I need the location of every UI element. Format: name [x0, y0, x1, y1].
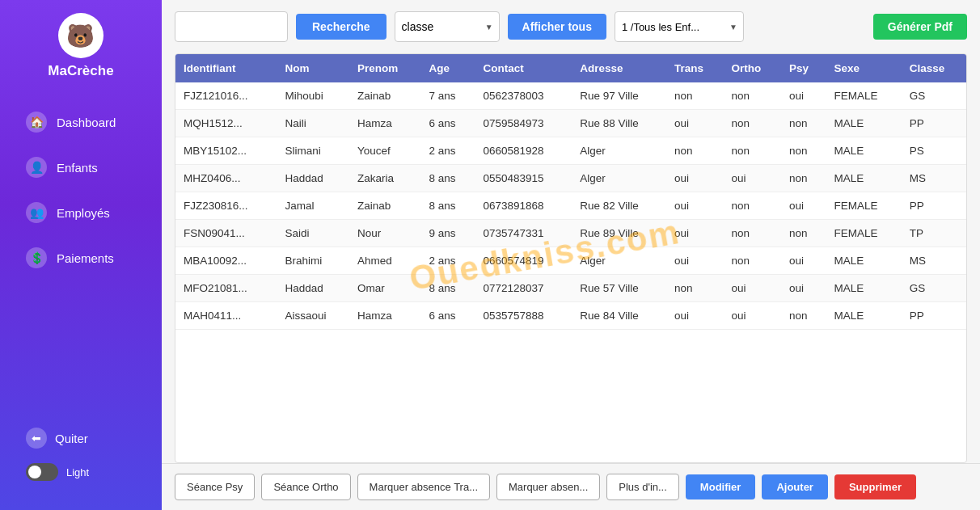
- table-cell: TP: [902, 220, 966, 247]
- table-row[interactable]: FJZ121016...MihoubiZainab7 ans0562378003…: [175, 82, 966, 110]
- enfants-icon: 👤: [26, 157, 47, 178]
- table-cell: Rue 82 Ville: [572, 192, 666, 220]
- seance-psy-button[interactable]: Séance Psy: [175, 474, 255, 500]
- sidebar-label-paiements: Paiements: [57, 251, 114, 265]
- table-cell: oui: [666, 110, 724, 137]
- table-cell: non: [724, 82, 782, 110]
- table-cell: Hamza: [349, 302, 421, 330]
- recherche-button[interactable]: Recherche: [296, 14, 387, 40]
- table-cell: 0550483915: [475, 165, 572, 192]
- seance-ortho-button[interactable]: Séance Ortho: [261, 474, 350, 500]
- table-cell: 2 ans: [421, 247, 475, 275]
- table-cell: Omar: [349, 275, 421, 302]
- table-cell: non: [781, 165, 826, 192]
- table-cell: 7 ans: [421, 82, 475, 110]
- plus-button[interactable]: Plus d'in...: [606, 474, 679, 500]
- sidebar-bottom: ⬅ Quiter Light: [0, 410, 162, 497]
- sidebar-item-paiements[interactable]: 💲 Paiements: [6, 236, 155, 280]
- search-input[interactable]: [175, 11, 288, 42]
- logo-icon: 🐻: [58, 13, 103, 58]
- sidebar-item-dashboard[interactable]: 🏠 Dashboard: [6, 100, 155, 144]
- table-cell: 0735747331: [475, 220, 572, 247]
- table-cell: FJZ121016...: [175, 82, 277, 110]
- filter-select[interactable]: 1 /Tous les Enf...: [615, 11, 744, 42]
- table-cell: Alger: [572, 165, 666, 192]
- supprimer-button[interactable]: Supprimer: [834, 474, 916, 499]
- table-cell: MALE: [826, 110, 902, 137]
- table-cell: Zainab: [349, 192, 421, 220]
- table-cell: 0562378003: [475, 82, 572, 110]
- table-row[interactable]: MHZ0406...HaddadZakaria8 ans0550483915Al…: [175, 165, 966, 192]
- table-cell: non: [666, 137, 724, 165]
- table-cell: oui: [781, 82, 826, 110]
- table-cell: MAH0411...: [175, 302, 277, 330]
- toggle-row: Light: [13, 457, 149, 487]
- toolbar: Recherche classe Afficher tous 1 /Tous l…: [162, 0, 980, 53]
- table-cell: FEMALE: [826, 82, 902, 110]
- table-row[interactable]: MQH1512...NailiHamza6 ans0759584973Rue 8…: [175, 110, 966, 137]
- table-cell: Alger: [572, 247, 666, 275]
- table-cell: MALE: [826, 247, 902, 275]
- marquer-absen-button[interactable]: Marquer absen...: [496, 474, 600, 500]
- table-cell: 0535757888: [475, 302, 572, 330]
- modifier-button[interactable]: Modifier: [686, 474, 756, 499]
- marquer-absence-tra-button[interactable]: Marquer absence Tra...: [357, 474, 490, 500]
- col-header-classe: Classe: [902, 54, 966, 82]
- table-cell: PP: [902, 110, 966, 137]
- table-row[interactable]: MFO21081...HaddadOmar8 ans0772128037Rue …: [175, 275, 966, 302]
- sidebar-label-enfants: Enfants: [57, 161, 98, 175]
- table-row[interactable]: FJZ230816...JamalZainab8 ans0673891868Ru…: [175, 192, 966, 220]
- afficher-button[interactable]: Afficher tous: [508, 14, 606, 40]
- paiements-icon: 💲: [26, 247, 47, 268]
- table-cell: Naili: [277, 110, 349, 137]
- table-cell: oui: [666, 165, 724, 192]
- table-cell: oui: [724, 302, 782, 330]
- col-header-psy: Psy: [781, 54, 826, 82]
- table-cell: MHZ0406...: [175, 165, 277, 192]
- table-cell: MALE: [826, 275, 902, 302]
- table-row[interactable]: FSN09041...SaidiNour9 ans0735747331Rue 8…: [175, 220, 966, 247]
- table-cell: Brahimi: [277, 247, 349, 275]
- table-cell: Aissaoui: [277, 302, 349, 330]
- table-cell: Slimani: [277, 137, 349, 165]
- light-toggle[interactable]: [26, 463, 58, 481]
- table-cell: oui: [781, 247, 826, 275]
- ajouter-button[interactable]: Ajouter: [762, 474, 828, 499]
- table-cell: MBA10092...: [175, 247, 277, 275]
- table-cell: 8 ans: [421, 192, 475, 220]
- app-title: MaCrèche: [48, 63, 113, 79]
- table-cell: Zainab: [349, 82, 421, 110]
- col-header-contact: Contact: [475, 54, 572, 82]
- table-cell: non: [724, 247, 782, 275]
- quit-label: Quiter: [55, 432, 88, 445]
- table-cell: 8 ans: [421, 275, 475, 302]
- sidebar: 🐻 MaCrèche 🏠 Dashboard 👤 Enfants 👥 Emplo…: [0, 0, 162, 510]
- logo-emoji: 🐻: [66, 23, 95, 49]
- table-row[interactable]: MBA10092...BrahimiAhmed2 ans0660574819Al…: [175, 247, 966, 275]
- table-cell: non: [781, 137, 826, 165]
- table-cell: non: [666, 82, 724, 110]
- col-header-nom: Nom: [277, 54, 349, 82]
- table-row[interactable]: MAH0411...AissaouiHamza6 ans0535757888Ru…: [175, 302, 966, 330]
- table-cell: 0759584973: [475, 110, 572, 137]
- table-row[interactable]: MBY15102...SlimaniYoucef2 ans0660581928A…: [175, 137, 966, 165]
- classe-select[interactable]: classe: [395, 11, 500, 42]
- quit-button[interactable]: ⬅ Quiter: [13, 419, 149, 457]
- table-cell: MQH1512...: [175, 110, 277, 137]
- table-cell: MALE: [826, 165, 902, 192]
- table-cell: 0673891868: [475, 192, 572, 220]
- generer-pdf-button[interactable]: Générer Pdf: [873, 14, 967, 40]
- table-cell: MBY15102...: [175, 137, 277, 165]
- table-cell: FSN09041...: [175, 220, 277, 247]
- table-cell: MS: [902, 165, 966, 192]
- table-cell: Alger: [572, 137, 666, 165]
- table-cell: Youcef: [349, 137, 421, 165]
- table-cell: PS: [902, 137, 966, 165]
- sidebar-item-employes[interactable]: 👥 Employés: [6, 191, 155, 234]
- col-header-age: Age: [421, 54, 475, 82]
- table-cell: oui: [781, 192, 826, 220]
- table-cell: 0660574819: [475, 247, 572, 275]
- col-header-sexe: Sexe: [826, 54, 902, 82]
- sidebar-item-enfants[interactable]: 👤 Enfants: [6, 145, 155, 189]
- table-cell: non: [781, 302, 826, 330]
